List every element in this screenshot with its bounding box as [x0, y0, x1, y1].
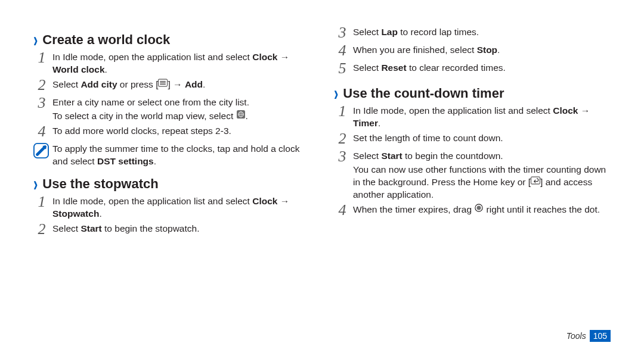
step-body: In Idle mode, open the application list …: [52, 195, 310, 220]
footer-section: Tools: [566, 331, 586, 341]
step-number: 4: [33, 124, 50, 139]
step-1: 1 In Idle mode, open the application lis…: [33, 51, 310, 76]
tip-dst: To apply the summer time to the clocks, …: [33, 143, 310, 168]
page-number: 105: [590, 330, 611, 342]
step-body: Select Lap to record lap times.: [353, 26, 611, 39]
step-number: 2: [33, 222, 50, 237]
step-number: 1: [33, 50, 50, 66]
t-step-3: 3 Select Start to begin the countdown. Y…: [334, 150, 611, 201]
page-footer: Tools 105: [566, 330, 611, 342]
step-number: 1: [33, 194, 50, 210]
t-step-4: 4 When the timer expires, drag right unt…: [334, 204, 611, 219]
sw-step-1: 1 In Idle mode, open the application lis…: [33, 195, 310, 220]
step-2: 2 Select Add city or press [] → Add.: [33, 79, 310, 94]
step-body: To add more world clocks, repeat steps 2…: [52, 125, 310, 138]
sw-step-3: 3 Select Lap to record lap times.: [334, 26, 611, 42]
step-number: 4: [334, 202, 351, 218]
svg-point-12: [477, 206, 481, 210]
step-number: 4: [334, 43, 351, 58]
sw-step-2: 2 Select Start to begin the stopwatch.: [33, 223, 310, 238]
heading-text: Use the stopwatch: [42, 176, 158, 192]
back-key-icon: [531, 176, 540, 188]
note-icon: [33, 143, 49, 158]
step-number: 5: [334, 61, 351, 76]
t-step-2: 2 Set the length of time to count down.: [334, 132, 611, 148]
heading-text: Use the count-down timer: [343, 86, 504, 101]
sw-step-5: 5 Select Reset to clear recorded times.: [334, 62, 611, 77]
step-number: 3: [334, 149, 351, 164]
chevron-icon: ›: [33, 27, 38, 52]
step-number: 3: [334, 25, 351, 40]
globe-icon: [236, 110, 246, 122]
step-body: Select Reset to clear recorded times.: [353, 62, 611, 74]
svg-line-9: [38, 147, 45, 155]
step-body: Select Add city or press [] → Add.: [52, 79, 310, 91]
heading-timer: › Use the count-down timer: [334, 86, 611, 101]
right-column: 3 Select Lap to record lap times. 4 When…: [334, 24, 611, 241]
sw-step-4: 4 When you are finished, select Stop.: [334, 44, 611, 60]
step-body: Set the length of time to count down.: [353, 132, 611, 145]
t-step-1: 1 In Idle mode, open the application lis…: [334, 105, 611, 130]
step-3: 3 Enter a city name or select one from t…: [33, 96, 310, 123]
step-body: When you are finished, select Stop.: [353, 44, 611, 57]
left-column: › Create a world clock 1 In Idle mode, o…: [33, 24, 310, 241]
heading-stopwatch: › Use the stopwatch: [33, 176, 310, 192]
step-body: In Idle mode, open the application list …: [353, 105, 611, 130]
menu-key-icon: [158, 78, 168, 91]
step-body: Enter a city name or select one from the…: [52, 96, 310, 123]
drag-circle-icon: [474, 203, 484, 216]
step-body: When the timer expires, drag right until…: [353, 204, 611, 216]
step-number: 3: [33, 95, 50, 111]
step-4: 4 To add more world clocks, repeat steps…: [33, 125, 310, 141]
step-body: Select Start to begin the countdown. You…: [353, 150, 611, 201]
step-body: Select Start to begin the stopwatch.: [52, 223, 310, 235]
heading-text: Create a world clock: [42, 32, 170, 48]
tip-body: To apply the summer time to the clocks, …: [52, 143, 310, 168]
step-number: 1: [334, 104, 351, 119]
step-number: 2: [334, 131, 351, 147]
heading-world-clock: › Create a world clock: [33, 32, 310, 48]
chevron-icon: ›: [33, 172, 38, 197]
chevron-icon: ›: [334, 81, 338, 106]
step-body: In Idle mode, open the application list …: [52, 51, 310, 76]
step-number: 2: [33, 77, 50, 93]
